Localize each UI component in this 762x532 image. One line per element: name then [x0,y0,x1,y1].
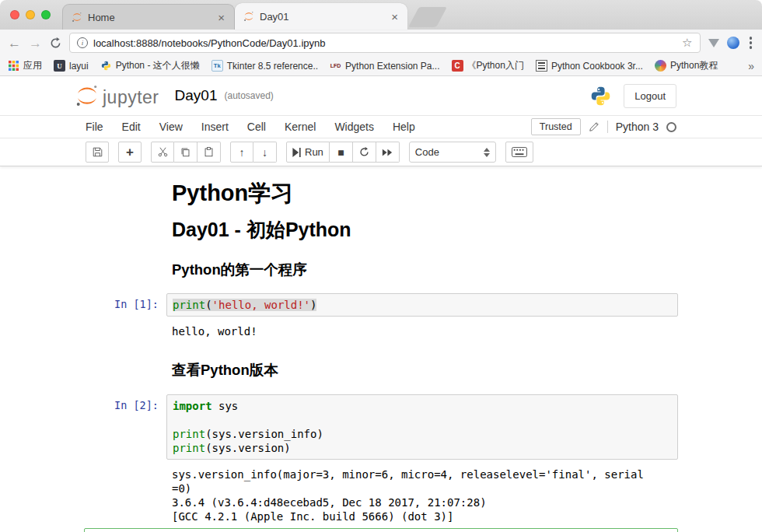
jupyter-logo-icon [75,83,100,108]
jupyter-header: jupyter Day01 (autosaved) Logout [0,76,762,115]
tab-day01[interactable]: Day01 × [235,3,407,30]
bookmark-label: 《Python入门 [467,59,524,72]
play-icon [292,148,301,157]
paste-cell-button[interactable] [197,142,221,163]
run-label: Run [305,146,323,158]
command-palette-button[interactable] [505,142,533,163]
output-cell-1: hello, world! [84,320,678,338]
bookmark-tkinter[interactable]: Tk Tkinter 8.5 reference.. [211,60,318,72]
menu-view[interactable]: View [150,121,192,133]
pencil-icon[interactable] [589,121,599,132]
apps-grid-icon [8,60,19,72]
zoom-window-button[interactable] [41,10,51,19]
code-input-2[interactable]: import sys print(sys.version_info) print… [166,394,678,460]
insert-cell-button[interactable]: + [118,142,142,163]
plus-icon: + [126,145,134,159]
bookmark-python-cookbook[interactable]: Python Cookbook 3r... [536,60,643,72]
bookmark-python-tutorial[interactable]: Python教程 [655,59,718,72]
jupyter-logo[interactable]: jupyter [75,83,159,108]
close-window-button[interactable] [10,10,19,19]
new-tab-button[interactable] [408,7,447,27]
markdown-cell-version[interactable]: 查看Python版本 [84,341,678,394]
forward-icon[interactable]: → [29,37,42,50]
tab-home[interactable]: Home × [62,4,235,30]
menu-insert[interactable]: Insert [192,121,238,133]
code-cell-1[interactable]: In [1]: print('hello, world!') [84,293,678,317]
chrome-menu-icon[interactable] [747,37,755,49]
url-text: localhost:8888/notebooks/PythonCode/Day0… [93,37,676,49]
copy-cell-button[interactable] [174,142,197,163]
minimize-window-button[interactable] [26,10,35,19]
markdown-cell-title[interactable]: Python学习 Day01 - 初始Python Python的第一个程序 [84,176,678,293]
back-icon[interactable]: ← [8,37,21,50]
arrow-down-icon: ↓ [262,147,267,158]
jupyter-logo-text: jupyter [103,87,159,108]
interrupt-kernel-button[interactable]: ■ [330,142,353,163]
restart-run-all-button[interactable] [376,142,400,163]
traffic-lights [10,10,51,19]
tab-day01-label: Day01 [260,11,384,23]
select-arrows-icon [484,148,490,157]
menu-widgets[interactable]: Widgets [325,121,383,133]
save-button[interactable] [86,142,109,163]
menu-help[interactable]: Help [383,121,425,133]
bookmarks-overflow-icon[interactable]: » [748,60,754,72]
bookmark-apps[interactable]: 应用 [8,59,42,72]
restart-kernel-button[interactable] [353,142,376,163]
code-cell-2[interactable]: In [2]: import sys print(sys.version_inf… [84,394,678,460]
checkpoint-status: (autosaved) [224,90,273,102]
copy-icon [180,147,190,157]
python-logo-icon [590,86,611,107]
run-cell-button[interactable]: Run [286,142,330,163]
code-input-1[interactable]: print('hello, world!') [166,293,678,317]
bookmark-layui[interactable]: U layui [54,60,89,72]
book-icon [536,60,547,72]
cut-cell-button[interactable] [151,142,174,163]
bookmark-label: Python - 这个人很懒 [116,59,200,72]
red-c-icon: C [452,60,463,72]
bookmark-label: Python教程 [670,59,718,72]
clipboard-icon [204,147,214,157]
code-cell-3-editing[interactable]: In [ ]: [84,528,678,532]
keyboard-icon [512,147,527,157]
output-text-2: sys.version_info(major=3, minor=6, micro… [166,463,648,523]
logout-button[interactable]: Logout [624,84,676,108]
bookmark-python-blog[interactable]: Python - 这个人很懒 [100,59,200,72]
notebook-heading-3-first: Python的第一个程序 [172,261,678,278]
notebook-title[interactable]: Day01 [175,87,218,104]
reload-icon[interactable] [50,37,61,49]
python-icon [100,60,112,72]
kernel-idle-indicator-icon [666,122,676,132]
bookmark-star-icon[interactable]: ☆ [682,36,692,50]
divider [607,121,608,133]
scissors-icon [158,147,168,157]
menu-kernel[interactable]: Kernel [275,121,325,133]
menu-edit[interactable]: Edit [113,121,150,133]
move-cell-down-button[interactable]: ↓ [253,142,277,163]
tab-strip: Home × Day01 × [62,3,442,30]
jupyter-favicon-icon [243,11,254,23]
omnibox[interactable]: i localhost:8888/notebooks/PythonCode/Da… [69,33,701,53]
notebook-body: Python学习 Day01 - 初始Python Python的第一个程序 I… [0,166,762,532]
notebook-menubar: File Edit View Insert Cell Kernel Widget… [0,115,762,138]
menu-cell[interactable]: Cell [238,121,275,133]
titlebar: Home × Day01 × [0,0,762,30]
output-text-1: hello, world! [166,320,648,338]
move-cell-up-button[interactable]: ↑ [230,142,253,163]
cell-type-select[interactable]: Code [409,142,496,163]
extension-triangle-icon[interactable] [708,39,719,47]
trusted-button[interactable]: Trusted [531,118,581,135]
bookmark-python-extensions[interactable]: LFD Python Extension Pa... [330,60,439,72]
site-info-icon[interactable]: i [77,37,88,48]
menu-file[interactable]: File [86,121,113,133]
fast-forward-icon [382,148,393,157]
input-prompt: In [2]: [84,394,166,460]
notebook-heading-1: Python学习 [172,180,678,206]
restart-icon [359,147,369,157]
tab-day01-close-icon[interactable]: × [390,11,400,23]
bookmark-python-intro[interactable]: C 《Python入门 [452,59,524,72]
bookmarks-bar: 应用 U layui Python - 这个人很懒 Tk Tkinter 8.5… [0,56,762,76]
tab-home-close-icon[interactable]: × [216,12,226,23]
extension-globe-icon[interactable] [727,37,739,49]
stop-icon: ■ [337,147,344,158]
